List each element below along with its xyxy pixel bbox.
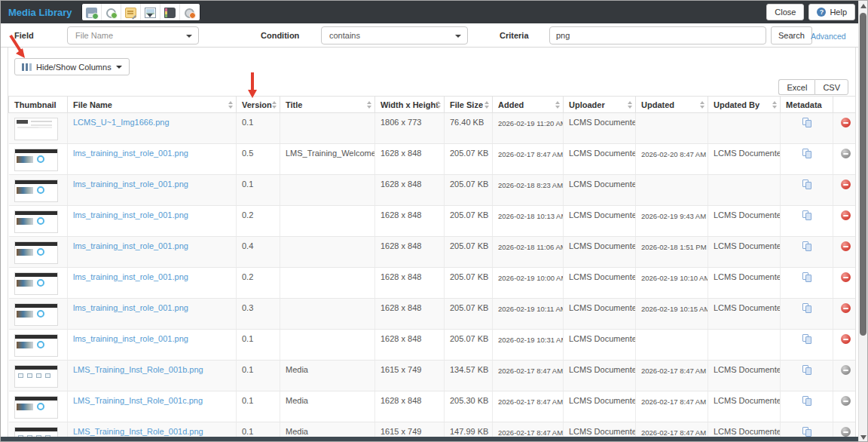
save-asset-icon[interactable]: [82, 4, 102, 21]
sort-icon[interactable]: [772, 101, 777, 109]
metadata-copy-icon[interactable]: [802, 180, 813, 190]
metadata-copy-icon[interactable]: [802, 241, 813, 252]
scrollbar-thumb[interactable]: [860, 13, 866, 336]
csv-export-button[interactable]: CSV: [815, 79, 848, 95]
metadata-copy-icon[interactable]: [802, 210, 813, 221]
sort-icon[interactable]: [228, 101, 233, 109]
col-header-title[interactable]: Title: [280, 97, 375, 113]
file-name-link[interactable]: LMS_Training_Inst_Role_001b.png: [73, 365, 203, 374]
file-name-link[interactable]: LCMS_U~1_Img1666.png: [73, 118, 170, 127]
dimensions-cell: 1628 x 848: [375, 330, 445, 361]
scroll-up-icon[interactable]: [860, 4, 866, 8]
updated-cell: 2026-02-17 8:47 AM: [636, 422, 708, 437]
added-cell: 2026-02-19 10:00 AM: [493, 268, 564, 299]
file-name-link[interactable]: lms_training_inst_role_001.png: [73, 180, 188, 189]
metadata-copy-icon[interactable]: [802, 118, 813, 128]
thumbnail-image[interactable]: [14, 180, 58, 202]
col-header-version[interactable]: Version: [237, 97, 280, 113]
file-name-link[interactable]: LMS_Training_Inst_Role_001d.png: [73, 427, 203, 436]
table-row: lms_training_inst_role_001.png 0.1 1628 …: [9, 175, 856, 206]
delete-icon[interactable]: [841, 303, 851, 313]
title-bar: Media Library Close Help: [1, 1, 868, 23]
file-name-link[interactable]: lms_training_inst_role_001.png: [73, 149, 188, 158]
excel-export-button[interactable]: Excel: [778, 79, 815, 95]
sort-icon[interactable]: [628, 101, 632, 109]
col-header-updated[interactable]: Updated: [636, 97, 708, 113]
thumbnail-image[interactable]: [14, 334, 58, 357]
delete-icon[interactable]: [841, 334, 851, 344]
metadata-copy-icon[interactable]: [802, 365, 813, 376]
search-button[interactable]: Search: [771, 26, 812, 45]
metadata-copy-icon[interactable]: [802, 396, 813, 407]
file-size-cell: 205.07 KB: [445, 206, 493, 237]
file-name-link[interactable]: lms_training_inst_role_001.png: [73, 272, 188, 281]
delete-icon[interactable]: [841, 241, 851, 251]
sort-icon[interactable]: [272, 101, 277, 109]
file-name-link[interactable]: LMS_Training_Inst_Role_001c.png: [73, 396, 203, 405]
col-header-file-size[interactable]: File Size: [445, 97, 493, 113]
col-header-uploader[interactable]: Uploader: [564, 97, 636, 113]
delete-icon[interactable]: [841, 118, 851, 127]
thumbnail-image[interactable]: [14, 149, 58, 171]
updated-by-cell: LCMS Documenter: [708, 206, 781, 237]
export-image-icon[interactable]: [141, 4, 160, 21]
file-name-link[interactable]: lms_training_inst_role_001.png: [73, 303, 188, 312]
settings-gear-icon[interactable]: [180, 4, 200, 21]
col-header-updated-by[interactable]: Updated By: [708, 97, 781, 113]
file-name-link[interactable]: lms_training_inst_role_001.png: [73, 210, 188, 219]
metadata-copy-icon[interactable]: [802, 149, 813, 159]
version-cell: 0.2: [237, 268, 280, 299]
sort-icon[interactable]: [700, 101, 704, 109]
thumbnail-image[interactable]: [14, 396, 58, 419]
updated-by-cell: LCMS Documenter: [708, 361, 781, 391]
thumbnail-image[interactable]: [14, 210, 58, 233]
condition-select[interactable]: contains: [321, 26, 468, 45]
metadata-copy-icon[interactable]: [802, 334, 813, 345]
delete-icon[interactable]: [841, 427, 851, 437]
hide-show-columns-button[interactable]: Hide/Show Columns: [14, 58, 130, 75]
help-button[interactable]: Help: [808, 4, 855, 20]
thumbnail-image[interactable]: [14, 303, 58, 326]
horizontal-scrollbar[interactable]: [1, 437, 860, 442]
thumbnail-image[interactable]: [14, 365, 58, 388]
added-cell: 2026-02-19 10:11 AM: [493, 299, 564, 330]
caret-down-icon: [116, 66, 122, 69]
delete-icon[interactable]: [841, 180, 851, 189]
sort-icon[interactable]: [436, 101, 441, 109]
thumbnail-image[interactable]: [14, 272, 58, 295]
field-select[interactable]: File Name: [67, 26, 199, 45]
vertical-scrollbar[interactable]: [858, 1, 867, 442]
delete-icon[interactable]: [841, 396, 851, 406]
delete-icon[interactable]: [841, 272, 851, 282]
metadata-copy-icon[interactable]: [802, 427, 813, 437]
edit-note-icon[interactable]: [121, 4, 141, 21]
advanced-link[interactable]: Advanced: [811, 32, 846, 41]
metadata-copy-icon[interactable]: [802, 272, 813, 283]
title-cell: LMS_Training_Welcome: [280, 144, 375, 175]
sort-icon[interactable]: [555, 101, 560, 109]
file-name-link[interactable]: lms_training_inst_role_001.png: [73, 334, 188, 343]
thumbnail-image[interactable]: [14, 241, 58, 264]
delete-icon[interactable]: [841, 210, 851, 220]
added-cell: 2026-02-19 11:20 AM: [493, 113, 564, 144]
updated-cell: [636, 113, 708, 144]
delete-icon[interactable]: [841, 365, 851, 375]
sort-icon[interactable]: [484, 101, 489, 109]
col-header-added[interactable]: Added: [493, 97, 564, 113]
version-cell: 0.1: [237, 391, 280, 422]
file-name-link[interactable]: lms_training_inst_role_001.png: [73, 241, 188, 250]
version-cell: 0.1: [237, 175, 280, 206]
delete-icon[interactable]: [841, 149, 851, 158]
sort-icon[interactable]: [367, 101, 371, 109]
thumbnail-image[interactable]: [14, 427, 58, 437]
thumbnail-image[interactable]: [14, 118, 58, 140]
close-button[interactable]: Close: [766, 4, 804, 20]
file-size-cell: 205.07 KB: [445, 330, 493, 361]
col-header-width-height[interactable]: Width x Height: [375, 97, 445, 113]
catalog-book-icon[interactable]: [160, 4, 180, 21]
criteria-input[interactable]: [549, 26, 766, 45]
refresh-icon[interactable]: [102, 4, 121, 21]
metadata-copy-icon[interactable]: [802, 303, 813, 314]
scroll-down-icon[interactable]: [860, 435, 866, 440]
col-header-file-name[interactable]: File Name: [68, 97, 237, 113]
